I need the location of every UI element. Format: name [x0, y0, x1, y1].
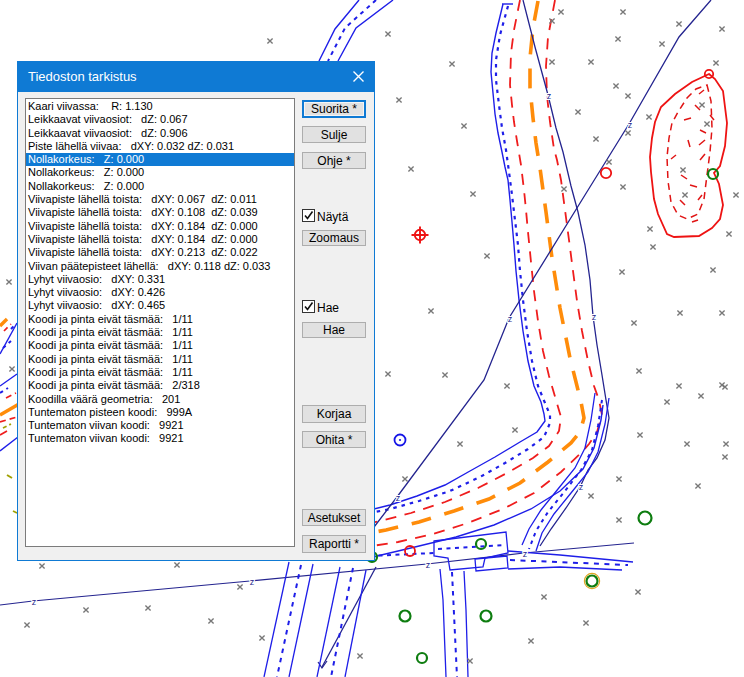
svg-text:z: z: [250, 577, 255, 587]
svg-text:z: z: [628, 120, 633, 130]
svg-text:z: z: [579, 482, 584, 492]
svg-text:z: z: [592, 312, 597, 322]
svg-text:z: z: [547, 91, 552, 101]
svg-text:z: z: [396, 493, 401, 503]
svg-text:z: z: [508, 314, 513, 324]
svg-text:z: z: [426, 560, 431, 570]
svg-text:z: z: [523, 549, 528, 559]
svg-text:z: z: [32, 597, 37, 607]
